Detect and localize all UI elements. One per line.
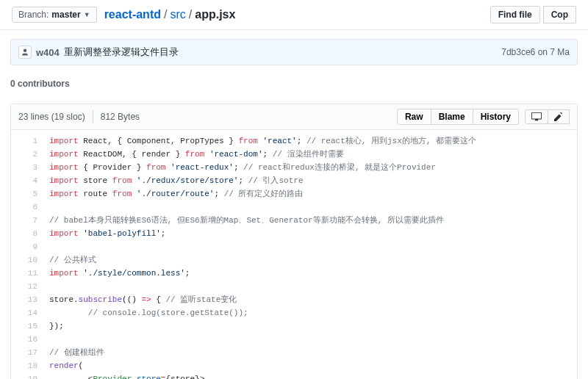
line-number[interactable]: 17 bbox=[11, 346, 37, 359]
code-line bbox=[43, 333, 577, 346]
breadcrumb-repo[interactable]: react-antd bbox=[104, 8, 161, 21]
edit-button[interactable] bbox=[548, 109, 570, 124]
code-line: render( bbox=[43, 359, 577, 372]
line-number[interactable]: 2 bbox=[11, 148, 37, 161]
contributors-row: 0 contributors bbox=[10, 74, 578, 93]
raw-button[interactable]: Raw bbox=[397, 109, 431, 125]
copy-path-button[interactable]: Cop bbox=[543, 6, 576, 24]
code-line: // 创建根组件 bbox=[43, 346, 577, 359]
code-line bbox=[43, 240, 577, 253]
branch-label: Branch: bbox=[18, 10, 49, 20]
breadcrumb: react-antd / src / app.jsx bbox=[104, 8, 236, 21]
breadcrumb-folder[interactable]: src bbox=[170, 8, 185, 21]
file-lines-info: 23 lines (19 sloc) bbox=[18, 112, 85, 122]
line-number[interactable]: 3 bbox=[11, 161, 37, 174]
code-line: import store from './redux/store/store';… bbox=[43, 174, 577, 187]
line-number[interactable]: 4 bbox=[11, 174, 37, 187]
code-line: // 公共样式 bbox=[43, 253, 577, 267]
file-header: 23 lines (19 sloc) 812 Bytes Raw Blame H… bbox=[11, 104, 577, 130]
pencil-icon bbox=[554, 112, 563, 121]
code-line: import './style/common.less'; bbox=[43, 267, 577, 280]
branch-name: master bbox=[51, 10, 80, 20]
find-file-button[interactable]: Find file bbox=[490, 6, 540, 24]
divider bbox=[93, 110, 93, 123]
commit-sha[interactable]: 7db3ce6 bbox=[501, 47, 535, 57]
breadcrumb-current-file: app.jsx bbox=[195, 8, 235, 21]
breadcrumb-separator: / bbox=[189, 8, 192, 21]
commit-author[interactable]: w404 bbox=[36, 47, 60, 58]
commit-meta: 7db3ce6 on 7 Ma bbox=[501, 47, 570, 57]
line-number[interactable]: 1 bbox=[11, 134, 37, 148]
commit-box: w404 重新调整登录逻辑文件目录 7db3ce6 on 7 Ma bbox=[10, 39, 578, 65]
chevron-down-icon: ▼ bbox=[84, 11, 90, 18]
code-line: import React, { Component, PropTypes } f… bbox=[43, 134, 577, 148]
line-number[interactable]: 12 bbox=[11, 280, 37, 293]
commit-message[interactable]: 重新调整登录逻辑文件目录 bbox=[64, 46, 179, 59]
line-number[interactable]: 13 bbox=[11, 293, 37, 306]
user-icon bbox=[21, 48, 29, 57]
desktop-button[interactable] bbox=[525, 109, 548, 124]
line-number[interactable]: 19 bbox=[11, 372, 37, 379]
code-line: import route from './router/route'; // 所… bbox=[43, 187, 577, 201]
code-content: import React, { Component, PropTypes } f… bbox=[43, 130, 577, 379]
contributors-label: contributors bbox=[18, 79, 70, 89]
file-size-info: 812 Bytes bbox=[101, 112, 140, 122]
code-area: 1234567891011121314151617181920212223 im… bbox=[11, 130, 577, 379]
line-number[interactable]: 9 bbox=[11, 240, 37, 253]
line-number[interactable]: 5 bbox=[11, 187, 37, 201]
top-bar: Branch: master ▼ react-antd / src / app.… bbox=[0, 0, 588, 30]
line-number[interactable]: 11 bbox=[11, 267, 37, 280]
line-number[interactable]: 10 bbox=[11, 253, 37, 267]
code-line bbox=[43, 201, 577, 214]
avatar[interactable] bbox=[18, 46, 32, 59]
line-number-gutter: 1234567891011121314151617181920212223 bbox=[11, 130, 43, 379]
code-line: import { Provider } from 'react-redux'; … bbox=[43, 161, 577, 174]
line-number[interactable]: 7 bbox=[11, 214, 37, 227]
file-box: 23 lines (19 sloc) 812 Bytes Raw Blame H… bbox=[10, 104, 578, 379]
breadcrumb-separator: / bbox=[164, 8, 167, 21]
line-number[interactable]: 8 bbox=[11, 227, 37, 240]
code-line: }); bbox=[43, 320, 577, 333]
contributors-count: 0 bbox=[10, 79, 15, 89]
code-line bbox=[43, 280, 577, 293]
code-line: // console.log(store.getState()); bbox=[43, 306, 577, 320]
code-line: <Provider store={store}> bbox=[43, 372, 577, 379]
line-number[interactable]: 14 bbox=[11, 306, 37, 320]
code-line: import ReactDOM, { render } from 'react-… bbox=[43, 148, 577, 161]
blame-button[interactable]: Blame bbox=[431, 109, 473, 125]
code-line: // babel本身只能转换ES6语法, 但ES6新增的Map、Set、Gene… bbox=[43, 214, 577, 227]
commit-date: on 7 Ma bbox=[538, 47, 570, 57]
desktop-icon bbox=[531, 112, 542, 121]
line-number[interactable]: 18 bbox=[11, 359, 37, 372]
line-number[interactable]: 6 bbox=[11, 201, 37, 214]
branch-selector[interactable]: Branch: master ▼ bbox=[12, 7, 97, 23]
file-action-group: Raw Blame History bbox=[398, 109, 519, 125]
line-number[interactable]: 15 bbox=[11, 320, 37, 333]
code-line: import 'babel-polyfill'; bbox=[43, 227, 577, 240]
history-button[interactable]: History bbox=[473, 109, 519, 125]
code-line: store.subscribe(() => { // 监听state变化 bbox=[43, 293, 577, 306]
line-number[interactable]: 16 bbox=[11, 333, 37, 346]
